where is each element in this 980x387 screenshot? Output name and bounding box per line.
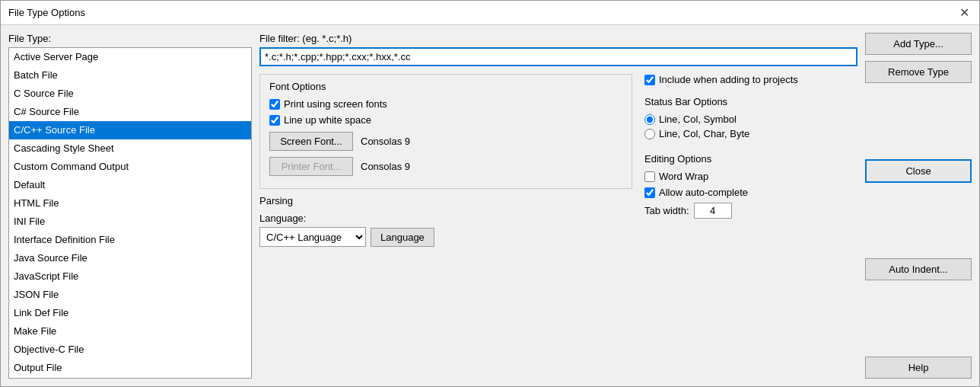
file-type-label: File Type: xyxy=(8,33,252,44)
language-label: Language: xyxy=(259,213,306,224)
dialog-body: File Type: Active Server PageBatch FileC… xyxy=(1,25,979,386)
word-wrap-checkbox[interactable] xyxy=(644,171,655,182)
include-label: Include when adding to projects xyxy=(659,74,798,85)
middle-content: Font Options Print using screen fonts Li… xyxy=(259,74,858,379)
font-options-panel: Font Options Print using screen fonts Li… xyxy=(259,74,632,379)
status-option2-radio[interactable] xyxy=(644,129,655,139)
auto-complete-label: Allow auto-complete xyxy=(659,187,748,198)
add-type-button[interactable]: Add Type... xyxy=(865,33,972,55)
right-options-column: Include when adding to projects Status B… xyxy=(644,74,858,379)
include-row: Include when adding to projects xyxy=(644,74,798,85)
list-item[interactable]: Make File xyxy=(9,322,251,341)
parsing-section: Parsing Language: C/C++ Language Languag… xyxy=(259,195,632,247)
language-select-row: C/C++ Language Language xyxy=(259,227,632,247)
line-up-whitespace-row: Line up white space xyxy=(269,114,622,126)
list-item[interactable]: Batch File xyxy=(9,66,251,85)
language-select[interactable]: C/C++ Language xyxy=(259,227,366,247)
print-screen-fonts-row: Print using screen fonts xyxy=(269,98,622,110)
file-type-list: Active Server PageBatch FileC Source Fil… xyxy=(9,48,251,378)
word-wrap-label: Word Wrap xyxy=(659,171,708,182)
line-up-whitespace-label: Line up white space xyxy=(284,114,371,126)
list-item[interactable]: Active Server Page xyxy=(9,48,251,66)
left-panel: File Type: Active Server PageBatch FileC… xyxy=(8,33,252,379)
status-option1-label: Line, Col, Symbol xyxy=(659,114,737,125)
editing-options-section: Editing Options Word Wrap Allow auto-com… xyxy=(644,153,858,219)
list-item[interactable]: Objective-C File xyxy=(9,341,251,359)
tab-width-input[interactable] xyxy=(694,203,732,219)
include-checkbox[interactable] xyxy=(644,75,655,85)
list-item[interactable]: Cascading Style Sheet xyxy=(9,139,251,158)
list-item[interactable]: Custom Command Output xyxy=(9,158,251,176)
filter-row: File filter: (eg. *.c;*.h) xyxy=(259,33,858,66)
close-button[interactable]: Close xyxy=(865,159,972,183)
list-item[interactable]: Output File xyxy=(9,359,251,377)
list-item[interactable]: C/C++ Source File xyxy=(9,121,251,139)
list-item[interactable]: JavaScript File xyxy=(9,267,251,286)
tab-width-row: Tab width: xyxy=(644,203,858,219)
word-wrap-row: Word Wrap xyxy=(644,171,858,182)
filter-input[interactable] xyxy=(259,47,858,66)
status-option1-radio[interactable] xyxy=(644,114,655,125)
filter-label: File filter: (eg. *.c;*.h) xyxy=(259,33,858,44)
print-screen-fonts-checkbox[interactable] xyxy=(269,99,280,110)
help-button[interactable]: Help xyxy=(865,357,972,379)
list-item[interactable]: INI File xyxy=(9,213,251,231)
tab-width-label: Tab width: xyxy=(644,205,689,216)
title-bar: File Type Options ✕ xyxy=(1,1,979,25)
list-item[interactable]: Interface Definition File xyxy=(9,231,251,249)
status-bar-title: Status Bar Options xyxy=(644,96,858,107)
editing-options-title: Editing Options xyxy=(644,153,858,165)
list-item[interactable]: Java Source File xyxy=(9,249,251,267)
font-options-box: Font Options Print using screen fonts Li… xyxy=(259,74,632,189)
center-content: File filter: (eg. *.c;*.h) Font Options … xyxy=(259,33,858,379)
auto-indent-button[interactable]: Auto Indent... xyxy=(865,258,972,280)
list-item[interactable]: JSON File xyxy=(9,286,251,304)
print-screen-fonts-label: Print using screen fonts xyxy=(284,98,387,110)
language-row: Language: xyxy=(259,213,632,224)
font-options-title: Font Options xyxy=(269,81,622,92)
close-x-button[interactable]: ✕ xyxy=(956,5,972,21)
file-type-options-dialog: File Type Options ✕ File Type: Active Se… xyxy=(0,0,980,387)
auto-complete-row: Allow auto-complete xyxy=(644,187,858,198)
auto-complete-checkbox[interactable] xyxy=(644,187,655,198)
screen-font-button[interactable]: Screen Font... xyxy=(269,132,353,151)
list-item[interactable]: Link Def File xyxy=(9,304,251,322)
list-item[interactable]: Default xyxy=(9,176,251,194)
list-item[interactable]: C# Source File xyxy=(9,103,251,121)
line-up-whitespace-checkbox[interactable] xyxy=(269,115,280,126)
remove-type-button[interactable]: Remove Type xyxy=(865,61,972,83)
status-option1-row: Line, Col, Symbol xyxy=(644,114,858,125)
file-type-list-container: Active Server PageBatch FileC Source Fil… xyxy=(8,47,252,379)
parsing-title: Parsing xyxy=(259,195,632,206)
printer-font-name: Consolas 9 xyxy=(361,161,410,172)
screen-font-row: Screen Font... Consolas 9 xyxy=(269,132,622,151)
language-button[interactable]: Language xyxy=(371,228,434,247)
screen-font-name: Consolas 9 xyxy=(361,136,410,147)
right-panel: Add Type... Remove Type Close Auto Inden… xyxy=(865,33,972,379)
printer-font-button[interactable]: Printer Font... xyxy=(269,157,353,176)
status-option2-label: Line, Col, Char, Byte xyxy=(659,128,749,139)
dialog-title: File Type Options xyxy=(8,7,85,18)
printer-font-row: Printer Font... Consolas 9 xyxy=(269,157,622,176)
status-option2-row: Line, Col, Char, Byte xyxy=(644,128,858,139)
list-item[interactable]: C Source File xyxy=(9,85,251,103)
list-item[interactable]: HTML File xyxy=(9,194,251,213)
status-bar-options: Status Bar Options Line, Col, Symbol Lin… xyxy=(644,96,858,142)
